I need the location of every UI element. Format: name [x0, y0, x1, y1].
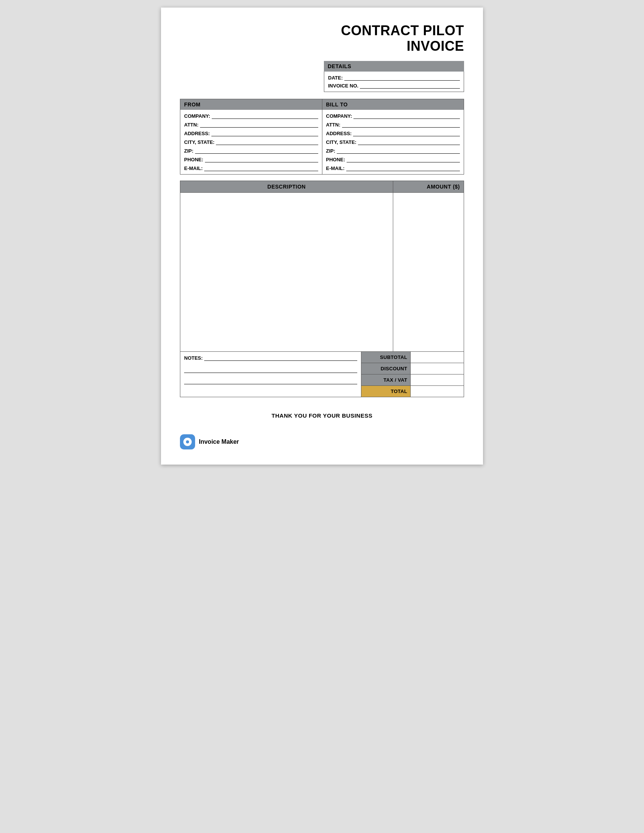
notes-extra-lines: [184, 367, 357, 384]
from-city-label: CITY, STATE:: [184, 139, 214, 145]
from-email-label: E-MAIL:: [184, 166, 203, 171]
invoice-page: CONTRACT PILOT INVOICE DETAILS DATE: INV…: [161, 8, 483, 465]
subtotal-row: SUBTOTAL: [361, 352, 464, 363]
date-label: DATE:: [328, 75, 343, 80]
invoice-no-field[interactable]: [360, 82, 460, 88]
tax-row: TAX / VAT: [361, 375, 464, 386]
details-body: DATE: INVOICE NO.: [324, 72, 464, 92]
from-attn-row: ATTN:: [184, 122, 318, 128]
details-header: DETAILS: [324, 61, 464, 72]
billto-attn-label: ATTN:: [326, 122, 341, 128]
notes-column: NOTES:: [180, 352, 361, 397]
from-company-row: COMPANY:: [184, 113, 318, 119]
billto-column: BILL TO COMPANY: ATTN: ADDRESS: CITY, ST…: [322, 99, 464, 174]
amount-column-header: AMOUNT ($): [393, 181, 464, 192]
invoice-title: CONTRACT PILOT INVOICE: [180, 23, 464, 54]
billto-company-field[interactable]: [353, 113, 460, 119]
notes-row: NOTES:: [184, 355, 357, 361]
billto-email-label: E-MAIL:: [326, 166, 345, 171]
from-phone-row: PHONE:: [184, 156, 318, 162]
amount-content-cell[interactable]: [393, 192, 464, 351]
tax-label: TAX / VAT: [361, 375, 411, 386]
date-row: DATE:: [328, 75, 460, 80]
from-column: FROM COMPANY: ATTN: ADDRESS: CITY, STATE…: [180, 99, 322, 174]
discount-row: DISCOUNT: [361, 363, 464, 375]
from-city-row: CITY, STATE:: [184, 139, 318, 145]
billto-phone-field[interactable]: [347, 156, 460, 162]
discount-value[interactable]: [411, 363, 464, 374]
billto-address-field[interactable]: [353, 130, 460, 136]
discount-label: DISCOUNT: [361, 363, 411, 374]
from-phone-label: PHONE:: [184, 157, 203, 162]
billto-email-field[interactable]: [346, 165, 460, 171]
notes-label: NOTES:: [184, 355, 203, 361]
billto-zip-field[interactable]: [337, 148, 460, 154]
billto-body: COMPANY: ATTN: ADDRESS: CITY, STATE: ZIP…: [322, 110, 464, 174]
billto-attn-field[interactable]: [342, 122, 460, 128]
from-address-label: ADDRESS:: [184, 130, 210, 136]
billto-address-label: ADDRESS:: [326, 130, 352, 136]
billto-company-row: COMPANY:: [326, 113, 460, 119]
from-billto-section: FROM COMPANY: ATTN: ADDRESS: CITY, STATE…: [180, 99, 464, 175]
from-attn-field[interactable]: [200, 122, 318, 128]
from-address-row: ADDRESS:: [184, 130, 318, 136]
from-email-field[interactable]: [204, 165, 318, 171]
billto-city-row: CITY, STATE:: [326, 139, 460, 145]
footer-app-icon: [180, 434, 195, 449]
billto-zip-label: ZIP:: [326, 148, 336, 154]
from-email-row: E-MAIL:: [184, 165, 318, 171]
billto-address-row: ADDRESS:: [326, 130, 460, 136]
details-block: DETAILS DATE: INVOICE NO.: [324, 61, 464, 92]
from-company-label: COMPANY:: [184, 113, 210, 119]
billto-city-field[interactable]: [358, 139, 460, 145]
description-table: DESCRIPTION AMOUNT ($): [180, 181, 464, 352]
subtotal-value[interactable]: [411, 352, 464, 363]
from-address-field[interactable]: [211, 130, 318, 136]
footer-icon-inner: [184, 438, 192, 446]
subtotal-label: SUBTOTAL: [361, 352, 411, 363]
from-company-field[interactable]: [212, 113, 318, 119]
footer-section: Invoice Maker: [180, 434, 464, 449]
billto-attn-row: ATTN:: [326, 122, 460, 128]
invoice-no-row: INVOICE NO.: [328, 82, 460, 88]
total-row: TOTAL: [361, 386, 464, 397]
title-section: CONTRACT PILOT INVOICE: [180, 23, 464, 54]
from-zip-label: ZIP:: [184, 148, 193, 154]
from-zip-row: ZIP:: [184, 148, 318, 154]
from-zip-field[interactable]: [195, 148, 318, 154]
from-city-field[interactable]: [216, 139, 318, 145]
description-column-header: DESCRIPTION: [180, 181, 393, 192]
billto-company-label: COMPANY:: [326, 113, 352, 119]
billto-zip-row: ZIP:: [326, 148, 460, 154]
description-content-cell[interactable]: [180, 192, 393, 351]
from-body: COMPANY: ATTN: ADDRESS: CITY, STATE: ZIP…: [180, 110, 322, 174]
from-phone-field[interactable]: [205, 156, 318, 162]
billto-phone-label: PHONE:: [326, 157, 346, 162]
footer-brand-name: Invoice Maker: [199, 439, 239, 445]
thankyou-section: THANK YOU FOR YOUR BUSINESS: [180, 412, 464, 419]
date-field[interactable]: [345, 75, 460, 80]
billto-email-row: E-MAIL:: [326, 165, 460, 171]
totals-column: SUBTOTAL DISCOUNT TAX / VAT TOTAL: [361, 352, 464, 397]
notes-blank-line-1[interactable]: [184, 367, 357, 373]
tax-value[interactable]: [411, 375, 464, 386]
billto-phone-row: PHONE:: [326, 156, 460, 162]
billto-header: BILL TO: [322, 99, 464, 110]
invoice-no-label: INVOICE NO.: [328, 83, 358, 88]
bottom-section: NOTES: SUBTOTAL DISCOUNT TAX / VAT: [180, 352, 464, 397]
from-attn-label: ATTN:: [184, 122, 198, 128]
from-header: FROM: [180, 99, 322, 110]
notes-blank-line-2[interactable]: [184, 378, 357, 384]
total-label: TOTAL: [361, 386, 411, 397]
total-value[interactable]: [411, 386, 464, 397]
billto-city-label: CITY, STATE:: [326, 139, 356, 145]
footer-icon-dot: [186, 441, 189, 443]
notes-field[interactable]: [204, 355, 357, 361]
thankyou-text: THANK YOU FOR YOUR BUSINESS: [272, 412, 372, 419]
